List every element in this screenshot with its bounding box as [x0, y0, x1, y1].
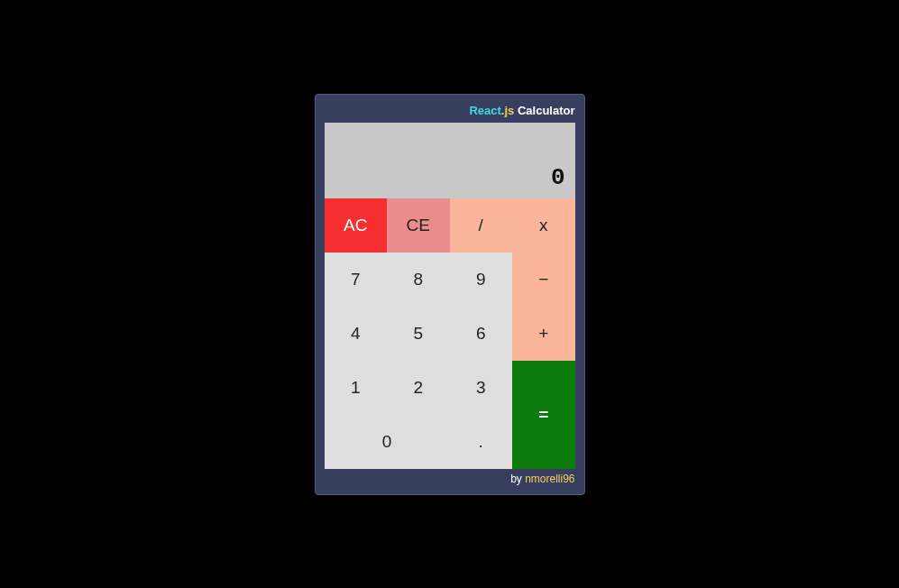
three-button[interactable]: 3 [450, 361, 513, 415]
divide-button[interactable]: / [450, 198, 513, 253]
clear-all-button[interactable]: AC [325, 198, 388, 253]
seven-button[interactable]: 7 [325, 253, 388, 307]
footer-by: by [510, 473, 525, 485]
calculator-container: React.js Calculator 0 AC CE / x 7 8 9 − … [315, 94, 585, 495]
decimal-button[interactable]: . [450, 415, 513, 469]
footer-author[interactable]: nmorelli96 [525, 473, 574, 485]
eight-button[interactable]: 8 [387, 253, 450, 307]
title-dotjs: .js [501, 104, 514, 117]
title-react: React [469, 104, 500, 117]
one-button[interactable]: 1 [325, 361, 388, 415]
nine-button[interactable]: 9 [450, 253, 513, 307]
display-value: 0 [551, 164, 566, 191]
app-title: React.js Calculator [325, 104, 575, 117]
add-button[interactable]: + [512, 307, 575, 361]
subtract-button[interactable]: − [512, 253, 575, 307]
six-button[interactable]: 6 [450, 307, 513, 361]
four-button[interactable]: 4 [325, 307, 388, 361]
zero-button[interactable]: 0 [325, 415, 450, 469]
button-grid: AC CE / x 7 8 9 − 4 5 6 + 1 2 3 = 0 . [325, 198, 575, 469]
two-button[interactable]: 2 [387, 361, 450, 415]
clear-entry-button[interactable]: CE [387, 198, 450, 253]
five-button[interactable]: 5 [387, 307, 450, 361]
multiply-button[interactable]: x [512, 198, 575, 253]
display: 0 [325, 123, 575, 198]
footer: by nmorelli96 [325, 473, 575, 485]
title-calculator: Calculator [514, 104, 574, 117]
equals-button[interactable]: = [512, 361, 575, 469]
